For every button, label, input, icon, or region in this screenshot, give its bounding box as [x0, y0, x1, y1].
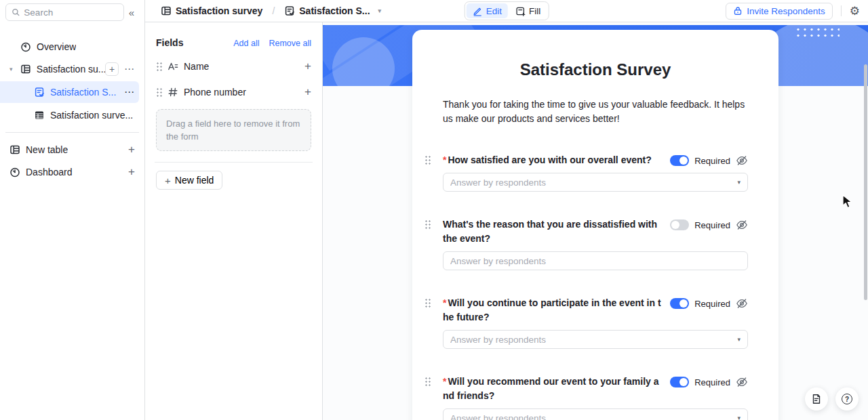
required-label: Required — [694, 299, 730, 309]
document-icon — [811, 394, 822, 404]
table-grid-icon — [161, 5, 172, 16]
add-all-link[interactable]: Add all — [233, 39, 259, 48]
answer-text-input[interactable]: Answer by respondents — [443, 251, 748, 270]
breadcrumb-current[interactable]: Satisfaction S... — [299, 5, 370, 16]
gear-icon[interactable]: ⚙ — [850, 5, 860, 17]
topbar-right-controls: Invite Respondents ⚙ — [726, 3, 860, 20]
remove-all-link[interactable]: Remove all — [269, 39, 311, 48]
required-toggle[interactable] — [670, 219, 689, 230]
table-grid-icon — [20, 64, 31, 75]
field-row-phone-number[interactable]: Phone number + — [156, 79, 311, 105]
remove-field-drop-zone[interactable]: Drag a field here to remove it from the … — [156, 109, 311, 151]
fields-panel-divider — [155, 162, 313, 163]
sidebar-item-satisfaction-survey-table[interactable]: Satisfaction surve... — [5, 105, 139, 125]
sidebar-nav: Overview ▾ Satisfaction su... + ⋯ Satisf… — [0, 24, 144, 184]
new-field-button[interactable]: + New field — [156, 171, 222, 190]
help-button[interactable]: ? — [835, 387, 859, 411]
question-label: *Will you recommend our event to your fa… — [443, 375, 663, 403]
sidebar-collapse-icon[interactable]: « — [124, 7, 139, 18]
required-toggle[interactable] — [670, 155, 689, 166]
question-label: What's the reason that you are dissatisf… — [443, 217, 663, 246]
question-block-2: What's the reason that you are dissatisf… — [443, 217, 748, 270]
sidebar-item-overview[interactable]: Overview — [5, 37, 139, 57]
overview-clock-icon — [20, 41, 31, 52]
sidebar: « Overview ▾ Satisfaction su... + ⋯ Sati… — [0, 0, 145, 420]
drag-handle-icon[interactable] — [425, 377, 431, 386]
answer-select[interactable]: Answer by respondents ▾ — [443, 173, 748, 192]
answer-placeholder: Answer by respondents — [450, 256, 741, 266]
sidebar-item-label: New table — [26, 144, 68, 155]
search-input[interactable] — [24, 7, 117, 18]
fields-panel: Fields Add all Remove all Name + — [145, 22, 323, 420]
sidebar-item-dashboard[interactable]: Dashboard + — [5, 162, 139, 182]
breadcrumb: Satisfaction survey / Satisfaction S... … — [161, 5, 381, 16]
required-toggle[interactable] — [670, 377, 689, 387]
drag-handle-icon[interactable] — [156, 87, 162, 97]
chevron-down-icon[interactable]: ▾ — [378, 7, 382, 14]
edit-mode-button[interactable]: Edit — [467, 3, 508, 18]
fill-mode-button[interactable]: Fill — [509, 3, 547, 18]
more-options-icon[interactable]: ⋯ — [124, 63, 135, 75]
invite-respondents-button[interactable]: Invite Respondents — [726, 3, 833, 20]
number-field-icon — [167, 87, 178, 98]
chevron-down-icon[interactable]: ▾ — [9, 66, 20, 72]
topbar: Satisfaction survey / Satisfaction S... … — [145, 0, 868, 22]
search-box[interactable] — [5, 3, 124, 21]
eye-off-icon[interactable] — [736, 376, 748, 388]
add-view-button[interactable]: + — [105, 62, 119, 76]
required-label: Required — [694, 220, 730, 230]
sidebar-item-label: Satisfaction surve... — [50, 110, 133, 121]
field-name: Name — [184, 61, 209, 72]
new-field-label: New field — [175, 175, 214, 186]
dashboard-clock-icon — [9, 167, 20, 177]
sidebar-item-satisfaction-table[interactable]: ▾ Satisfaction su... + ⋯ — [5, 59, 139, 79]
search-icon — [12, 7, 20, 17]
answer-placeholder: Answer by respondents — [450, 413, 732, 420]
topbar-divider — [841, 5, 842, 16]
answer-select[interactable]: Answer by respondents ▾ — [443, 330, 748, 349]
eye-off-icon[interactable] — [736, 297, 748, 310]
answer-placeholder: Answer by respondents — [450, 335, 732, 345]
question-block-1: *How satisfied are you with our overall … — [443, 153, 748, 192]
vertical-scrollbar[interactable] — [864, 64, 867, 300]
required-asterisk: * — [443, 154, 446, 165]
required-toggle[interactable] — [670, 298, 689, 309]
required-label: Required — [694, 377, 730, 387]
answer-placeholder: Answer by respondents — [450, 177, 732, 188]
form-view-icon — [34, 87, 45, 98]
add-table-button[interactable]: + — [128, 143, 135, 156]
sidebar-item-label: Satisfaction su... — [37, 64, 105, 75]
breadcrumb-separator: / — [272, 5, 275, 16]
drag-handle-icon[interactable] — [425, 219, 431, 229]
required-asterisk: * — [443, 376, 446, 387]
question-mark-icon: ? — [842, 394, 852, 404]
question-list: *How satisfied are you with our overall … — [412, 153, 778, 420]
breadcrumb-base[interactable]: Satisfaction survey — [176, 5, 262, 16]
sidebar-item-label: Overview — [37, 41, 76, 52]
drag-handle-icon[interactable] — [156, 62, 162, 71]
add-dashboard-button[interactable]: + — [128, 165, 135, 179]
sidebar-item-new-table[interactable]: New table + — [5, 140, 139, 160]
sidebar-item-satisfaction-form[interactable]: Satisfaction S... ⋯ — [0, 81, 139, 103]
more-options-icon[interactable]: ⋯ — [124, 86, 135, 98]
drag-handle-icon[interactable] — [425, 155, 431, 165]
form-notes-button[interactable] — [805, 387, 828, 411]
field-row-name[interactable]: Name + — [156, 54, 311, 79]
add-field-to-form-button[interactable]: + — [304, 60, 311, 73]
invite-respondents-label: Invite Respondents — [747, 6, 825, 16]
question-block-3: *Will you continue to participate in the… — [443, 296, 748, 349]
text-field-icon — [167, 61, 178, 72]
answer-select[interactable]: Answer by respondents ▾ — [443, 408, 748, 420]
add-field-to-form-button[interactable]: + — [304, 85, 311, 99]
sidebar-item-label: Satisfaction S... — [50, 87, 116, 98]
sidebar-search-row: « — [0, 0, 144, 24]
drag-handle-icon[interactable] — [425, 298, 431, 308]
eye-off-icon[interactable] — [736, 219, 748, 231]
eye-off-icon[interactable] — [736, 154, 748, 167]
form-title: Satisfaction Survey — [412, 60, 778, 80]
fill-form-icon — [515, 6, 526, 16]
question-label: *Will you continue to participate in the… — [443, 296, 663, 324]
required-label: Required — [694, 156, 730, 166]
sidebar-item-label: Dashboard — [26, 167, 73, 177]
table-grid-icon — [9, 144, 20, 155]
